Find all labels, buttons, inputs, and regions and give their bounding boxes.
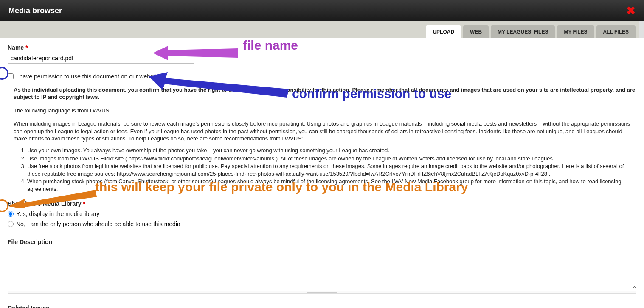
tab-list: UPLOAD WEB MY LEAGUES' FILES MY FILES AL…: [426, 25, 636, 38]
recommendation-list: Use your own images. You always have own…: [27, 147, 636, 193]
dialog-header: Media browser ✖: [0, 0, 644, 21]
radio-yes[interactable]: [8, 211, 14, 217]
permission-label: I have permission to use this document o…: [16, 73, 160, 80]
recommendation-item: Use free stock photos from legitimate we…: [27, 162, 636, 177]
radio-no-row: No, I am the only person who should be a…: [8, 221, 636, 227]
description-label: File Description: [8, 238, 636, 245]
tab-all-files[interactable]: ALL FILES: [596, 25, 636, 38]
show-library-label-text: Show in the Media Library: [8, 200, 81, 207]
name-label: Name *: [8, 44, 636, 51]
dialog-title: Media browser: [8, 6, 62, 15]
related-label-text: Related Issues: [8, 305, 49, 308]
annotation-circle-permission: [0, 67, 8, 80]
radio-yes-row: Yes, display in the media library: [8, 210, 636, 217]
required-mark: *: [25, 44, 28, 51]
close-icon[interactable]: ✖: [626, 4, 636, 17]
lwvus-paragraph: When including images in League material…: [8, 120, 636, 143]
required-mark: *: [83, 200, 85, 207]
show-library-label: Show in the Media Library *: [8, 200, 636, 207]
scrollbar-track[interactable]: [639, 21, 644, 38]
radio-no[interactable]: [8, 221, 14, 227]
textarea-gripper[interactable]: [8, 291, 636, 294]
name-label-text: Name: [8, 44, 24, 51]
description-textarea[interactable]: [8, 247, 636, 289]
tab-my-leagues-files[interactable]: MY LEAGUES' FILES: [491, 25, 555, 38]
required-mark: *: [162, 73, 164, 80]
annotation-circle-private: [0, 199, 8, 212]
name-input[interactable]: [8, 53, 194, 64]
tab-my-files[interactable]: MY FILES: [557, 25, 594, 38]
tab-strip-area: UPLOAD WEB MY LEAGUES' FILES MY FILES AL…: [0, 21, 644, 38]
recommendation-item: Use your own images. You always have own…: [27, 147, 636, 154]
radio-no-label: No, I am the only person who should be a…: [16, 221, 180, 227]
radio-yes-label: Yes, display in the media library: [16, 210, 99, 217]
confirmation-text: As the individual uploading this documen…: [8, 87, 636, 101]
tab-web[interactable]: WEB: [463, 25, 489, 38]
upload-form: Name * I have permission to use this doc…: [0, 38, 644, 308]
related-label: Related Issues: [8, 305, 636, 308]
permission-field: I have permission to use this document o…: [8, 73, 636, 80]
description-label-text: File Description: [8, 238, 52, 245]
tab-upload[interactable]: UPLOAD: [426, 25, 461, 38]
lwvus-intro: The following language is from LWVUS:: [8, 107, 636, 115]
permission-checkbox[interactable]: [8, 73, 14, 79]
recommendation-item: When purchasing stock photos (from Canva…: [27, 178, 636, 193]
recommendation-item: Use images from the LWVUS Flickr site ( …: [27, 155, 636, 162]
